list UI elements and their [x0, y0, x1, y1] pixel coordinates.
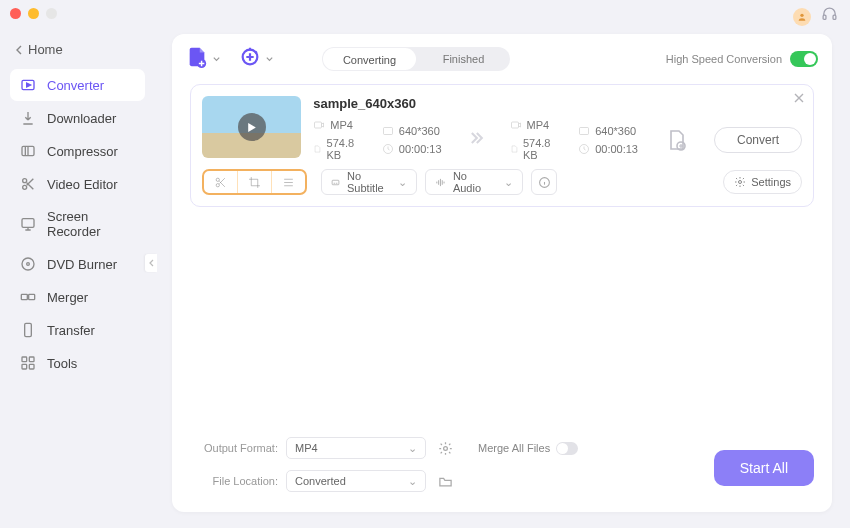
resolution-icon	[382, 125, 394, 137]
sidebar-item-label: Tools	[47, 356, 77, 371]
sidebar-item-transfer[interactable]: Transfer	[10, 314, 145, 346]
play-icon	[246, 122, 257, 133]
effects-button[interactable]	[271, 171, 305, 193]
output-format-value: MP4	[295, 442, 318, 454]
svg-rect-1	[823, 15, 826, 19]
svg-point-0	[800, 13, 803, 16]
audio-select[interactable]: No Audio ⌄	[425, 169, 523, 195]
output-format-select[interactable]: MP4 ⌄	[286, 437, 426, 459]
output-settings-button[interactable]	[434, 437, 456, 459]
audio-icon	[435, 177, 446, 188]
sidebar-item-merger[interactable]: Merger	[10, 281, 145, 313]
sidebar-item-tools[interactable]: Tools	[10, 347, 145, 379]
sidebar-item-label: Transfer	[47, 323, 95, 338]
home-link[interactable]: Home	[6, 38, 149, 69]
document-gear-icon	[664, 128, 688, 152]
subtitle-icon	[331, 177, 340, 188]
clock-icon	[578, 143, 590, 155]
output-profile-button[interactable]	[662, 128, 690, 152]
svg-marker-20	[248, 123, 256, 132]
sidebar-item-dvd-burner[interactable]: DVD Burner	[10, 248, 145, 280]
video-icon	[313, 119, 325, 131]
sidebar-item-label: Compressor	[47, 144, 118, 159]
svg-rect-16	[22, 364, 27, 369]
sidebar-item-downloader[interactable]: Downloader	[10, 102, 145, 134]
svg-point-29	[216, 183, 219, 186]
start-all-button[interactable]: Start All	[714, 450, 814, 486]
scissors-icon	[214, 176, 227, 189]
add-folder-icon	[239, 46, 261, 72]
svg-rect-21	[315, 122, 322, 128]
chevron-down-icon	[212, 50, 221, 68]
sidebar-item-label: Merger	[47, 290, 88, 305]
main-panel: Converting Finished High Speed Conversio…	[172, 34, 832, 512]
high-speed-toggle[interactable]	[790, 51, 818, 67]
dvd-burner-icon	[20, 256, 36, 272]
svg-point-33	[443, 446, 447, 450]
output-duration: 00:00:13	[595, 143, 638, 155]
account-avatar[interactable]	[793, 8, 811, 26]
window-minimize-button[interactable]	[28, 8, 39, 19]
compressor-icon	[20, 143, 36, 159]
converter-icon	[20, 77, 36, 93]
svg-point-32	[739, 181, 742, 184]
svg-point-10	[27, 263, 30, 266]
chevron-down-icon: ⌄	[408, 442, 417, 455]
file-settings-button[interactable]: Settings	[723, 170, 802, 194]
settings-label: Settings	[751, 176, 791, 188]
file-icon	[510, 143, 518, 155]
file-icon	[313, 143, 321, 155]
add-file-button[interactable]	[186, 46, 221, 72]
edit-tools-group	[202, 169, 307, 195]
status-tabs: Converting Finished	[322, 47, 510, 71]
open-folder-button[interactable]	[434, 470, 456, 492]
chevron-left-icon	[14, 45, 24, 55]
info-icon	[538, 176, 551, 189]
sidebar-item-compressor[interactable]: Compressor	[10, 135, 145, 167]
svg-rect-25	[580, 128, 589, 135]
file-location-select[interactable]: Converted ⌄	[286, 470, 426, 492]
sidebar-item-converter[interactable]: Converter	[10, 69, 145, 101]
svg-rect-2	[833, 15, 836, 19]
close-icon	[793, 92, 805, 104]
resolution-icon	[578, 125, 590, 137]
audio-value: No Audio	[453, 170, 497, 194]
merge-toggle[interactable]	[556, 442, 578, 455]
svg-rect-17	[29, 364, 34, 369]
sidebar: Home Converter Downloader Compressor Vid…	[0, 28, 155, 528]
subtitle-value: No Subtitle	[347, 170, 391, 194]
support-icon[interactable]	[821, 6, 838, 27]
input-resolution: 640*360	[399, 125, 440, 137]
tab-converting[interactable]: Converting	[323, 48, 416, 70]
sidebar-collapse-button[interactable]	[145, 254, 157, 272]
remove-file-button[interactable]	[793, 91, 805, 107]
convert-button[interactable]: Convert	[714, 127, 802, 153]
sidebar-item-screen-recorder[interactable]: Screen Recorder	[10, 201, 145, 247]
video-thumbnail[interactable]	[202, 96, 301, 158]
crop-button[interactable]	[237, 171, 271, 193]
window-maximize-button[interactable]	[46, 8, 57, 19]
sidebar-item-video-editor[interactable]: Video Editor	[10, 168, 145, 200]
play-button[interactable]	[238, 113, 266, 141]
info-button[interactable]	[531, 169, 557, 195]
input-duration: 00:00:13	[399, 143, 442, 155]
window-close-button[interactable]	[10, 8, 21, 19]
sidebar-item-label: DVD Burner	[47, 257, 117, 272]
sidebar-item-label: Downloader	[47, 111, 116, 126]
svg-rect-11	[21, 294, 27, 299]
transfer-icon	[20, 322, 36, 338]
tab-finished[interactable]: Finished	[417, 47, 510, 71]
chevron-down-icon: ⌄	[398, 176, 407, 189]
output-format: MP4	[527, 119, 550, 131]
trim-button[interactable]	[204, 171, 237, 193]
file-name: sample_640x360	[313, 96, 802, 111]
svg-rect-13	[25, 323, 32, 336]
gear-icon	[438, 441, 453, 456]
add-folder-button[interactable]	[239, 46, 274, 72]
chevron-down-icon	[265, 50, 274, 68]
gear-icon	[734, 176, 746, 188]
chevron-left-icon	[148, 259, 154, 267]
chevron-down-icon: ⌄	[504, 176, 513, 189]
subtitle-select[interactable]: No Subtitle ⌄	[321, 169, 417, 195]
merge-label: Merge All Files	[478, 442, 550, 454]
